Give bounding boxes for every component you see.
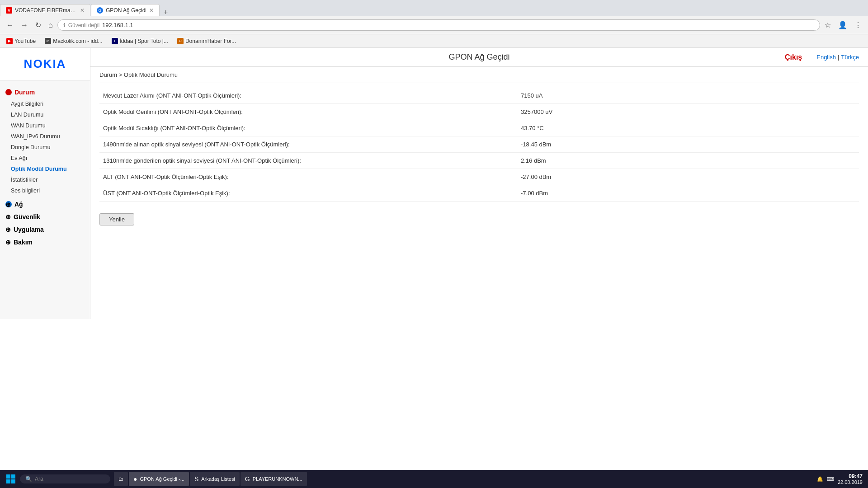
tab2-favicon: G — [97, 7, 103, 14]
yenile-button[interactable]: Yenile — [99, 213, 134, 225]
tab-2[interactable]: G GPON Ağ Geçidi ✕ — [91, 4, 160, 16]
breadcrumb-parent[interactable]: Durum — [99, 71, 117, 78]
sidebar-item-optik[interactable]: Optik Modül Durumu — [0, 164, 90, 174]
guvenlik-icon: ⊕ — [5, 213, 11, 221]
main-content: GPON Ağ Geçidi Çıkış English | Türkçe Du… — [90, 48, 868, 319]
sidebar-item-wan-ipv6[interactable]: WAN_IPv6 Durumu — [0, 131, 90, 142]
content-area: Mevcut Lazer Akımı (ONT ANI-ONT-Optik Öl… — [90, 83, 868, 206]
sidebar: NOKIA Durum Aygıt Bilgileri LAN Durumu — [0, 48, 90, 319]
uygulama-label: Uygulama — [14, 226, 44, 233]
svg-rect-3 — [11, 479, 15, 483]
bookmark-mackolik-label: Mackolik.com - idd... — [53, 38, 102, 44]
tab-1[interactable]: V VODAFONE FIBERmax KULLANIF... ✕ — [0, 4, 90, 16]
bookmark-icon[interactable]: ☆ — [822, 19, 834, 31]
sidebar-item-uygulama[interactable]: ⊕ Uygulama — [0, 223, 90, 236]
file-manager-icon: 🗂 — [118, 476, 123, 482]
taskbar-search[interactable]: 🔍 Ara — [20, 474, 110, 483]
bookmark-youtube[interactable]: ▶ YouTube — [4, 37, 38, 45]
home-button[interactable]: ⌂ — [46, 19, 56, 31]
taskbar-steam-label: Arkadaş Listesi — [201, 476, 235, 482]
row-label-2: Optik Modül Sıcaklığı (ONT ANI-ONT-Optik… — [99, 120, 517, 136]
sidebar-item-aygit[interactable]: Aygıt Bilgileri — [0, 99, 90, 109]
table-row: Optik Modül Gerilimi (ONT ANI-ONT-Optik … — [99, 104, 859, 120]
bookmark-donanim[interactable]: D DonanımHaber For... — [175, 37, 239, 45]
refresh-button[interactable]: ↻ — [33, 19, 44, 31]
row-label-0: Mevcut Lazer Akımı (ONT ANI-ONT-Optik Öl… — [99, 88, 517, 104]
taskbar-item-game[interactable]: G PLAYERUNKNOWN... — [241, 472, 307, 486]
nav-right-icons: ☆ 👤 ⋮ — [822, 19, 864, 31]
sidebar-item-ses[interactable]: Ses bilgileri — [0, 185, 90, 196]
bakim-label: Bakım — [14, 239, 33, 246]
sidebar-item-wan[interactable]: WAN Durumu — [0, 120, 90, 131]
bakim-icon: ⊕ — [5, 239, 11, 246]
lang-english[interactable]: English — [816, 54, 836, 61]
youtube-favicon: ▶ — [6, 38, 13, 44]
bookmark-iddaa[interactable]: İ İddaa | Spor Toto |... — [109, 37, 171, 45]
sidebar-item-guvenlik[interactable]: ⊕ Güvenlik — [0, 211, 90, 223]
new-tab-button[interactable]: + — [160, 8, 171, 16]
refresh-row: Yenile — [90, 206, 868, 233]
security-label: Güvenli değil — [68, 22, 99, 28]
sidebar-item-dongle[interactable]: Dongle Durumu — [0, 142, 90, 153]
notification-icon[interactable]: 🔔 — [817, 476, 823, 482]
durum-icon — [5, 89, 12, 95]
table-row: ALT (ONT ANI-ONT-Optik Ölçümleri-Optik E… — [99, 169, 859, 185]
sidebar-section-durum: Durum Aygıt Bilgileri LAN Durumu WAN Dur… — [0, 84, 90, 198]
back-button[interactable]: ← — [4, 19, 16, 31]
bookmark-mackolik[interactable]: M Mackolik.com - idd... — [42, 37, 105, 45]
taskbar-item-file-manager[interactable]: 🗂 — [114, 472, 128, 486]
tab2-close[interactable]: ✕ — [149, 7, 154, 14]
bookmark-iddaa-label: İddaa | Spor Toto |... — [120, 38, 168, 44]
nokia-logo-area: NOKIA — [0, 48, 90, 80]
bookmark-donanim-label: DonanımHaber For... — [185, 38, 236, 44]
bookmark-youtube-label: YouTube — [14, 38, 36, 44]
logout-button[interactable]: Çıkış — [785, 53, 802, 61]
ag-icon: ⊕ — [5, 201, 12, 207]
row-value-4: 2.16 dBm — [517, 153, 859, 169]
sidebar-item-lan[interactable]: LAN Durumu — [0, 109, 90, 120]
taskbar-item-steam[interactable]: S Arkadaş Listesi — [190, 472, 240, 486]
user-icon[interactable]: 👤 — [835, 19, 850, 31]
chrome-icon: ● — [133, 475, 137, 483]
bookmarks-bar: ▶ YouTube M Mackolik.com - idd... İ İdda… — [0, 34, 868, 48]
forward-button[interactable]: → — [18, 19, 31, 31]
mackolik-favicon: M — [45, 38, 51, 44]
taskbar: 🔍 Ara 🗂 ● GPON Ağ Geçidi -... S Arkadaş … — [0, 470, 868, 488]
table-row: 1310nm'de gönderilen optik sinyal seviye… — [99, 153, 859, 169]
sidebar-menu: Durum Aygıt Bilgileri LAN Durumu WAN Dur… — [0, 80, 90, 252]
page-wrapper: NOKIA Durum Aygıt Bilgileri LAN Durumu — [0, 48, 868, 488]
taskbar-clock: 09:47 22.08.2019 — [838, 473, 863, 485]
breadcrumb: Durum > Optik Modül Durumu — [90, 67, 868, 83]
sidebar-item-istatistikler[interactable]: İstatistikler — [0, 174, 90, 185]
row-label-6: ÜST (ONT ANI-ONT-Optik Ölçümleri-Optik E… — [99, 185, 517, 202]
table-row: 1490nm'de alınan optik sinyal seviyesi (… — [99, 136, 859, 153]
row-label-3: 1490nm'de alınan optik sinyal seviyesi (… — [99, 136, 517, 153]
sidebar-item-bakim[interactable]: ⊕ Bakım — [0, 236, 90, 249]
menu-icon[interactable]: ⋮ — [852, 19, 864, 31]
sidebar-item-ev-agi[interactable]: Ev Ağı — [0, 153, 90, 164]
breadcrumb-separator: > — [119, 71, 123, 78]
lang-switcher: English | Türkçe — [816, 54, 859, 61]
address-bar[interactable]: ℹ Güvenli değil 192.168.1.1 — [57, 19, 820, 31]
page-header: GPON Ağ Geçidi Çıkış English | Türkçe — [90, 48, 868, 67]
sidebar-item-durum[interactable]: Durum — [0, 86, 90, 99]
tab1-title: VODAFONE FIBERmax KULLANIF... — [15, 7, 77, 14]
start-button[interactable] — [2, 470, 20, 488]
table-row: Mevcut Lazer Akımı (ONT ANI-ONT-Optik Öl… — [99, 88, 859, 104]
sidebar-item-ag[interactable]: ⊕ Ağ — [0, 198, 90, 211]
svg-rect-2 — [6, 479, 10, 483]
row-value-1: 3257000 uV — [517, 104, 859, 120]
tab1-favicon: V — [6, 7, 12, 14]
row-value-5: -27.00 dBm — [517, 169, 859, 185]
keyboard-icon[interactable]: ⌨ — [827, 476, 834, 482]
taskbar-item-chrome[interactable]: ● GPON Ağ Geçidi -... — [129, 472, 189, 486]
table-row: Optik Modül Sıcaklığı (ONT ANI-ONT-Optik… — [99, 120, 859, 136]
svg-rect-0 — [6, 474, 10, 479]
taskbar-items: 🗂 ● GPON Ağ Geçidi -... S Arkadaş Listes… — [110, 472, 813, 486]
address-text[interactable]: 192.168.1.1 — [102, 22, 814, 28]
row-value-2: 43.70 °C — [517, 120, 859, 136]
search-placeholder: Ara — [35, 476, 43, 482]
tab1-close[interactable]: ✕ — [80, 7, 85, 14]
game-icon: G — [245, 475, 250, 483]
lang-turkish[interactable]: Türkçe — [841, 54, 859, 61]
